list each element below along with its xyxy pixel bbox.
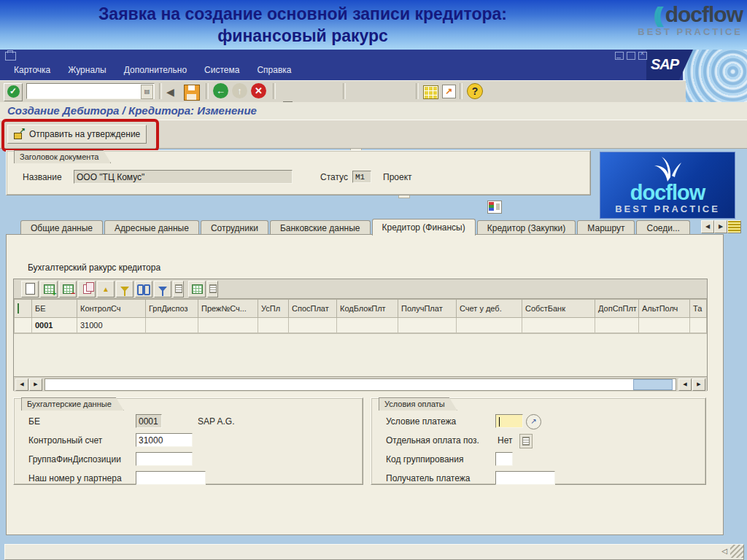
- scroll-thumb[interactable]: [633, 379, 673, 390]
- cell-be[interactable]: 0001: [32, 318, 77, 333]
- new-line-icon[interactable]: [21, 281, 39, 298]
- resize-grip[interactable]: [730, 545, 743, 558]
- tab-soedi[interactable]: Соеди...: [636, 220, 689, 236]
- col-sposplat[interactable]: СпосПлат: [289, 300, 337, 318]
- table-settings-icon[interactable]: [188, 281, 206, 298]
- tab-scroll-left-icon[interactable]: ◀: [701, 220, 714, 233]
- sort-ascending-icon[interactable]: ▲: [97, 281, 115, 298]
- close-icon[interactable]: [638, 52, 647, 60]
- menu-sistema[interactable]: Система: [198, 63, 246, 77]
- cell-grpdispoz[interactable]: [146, 318, 198, 333]
- tab-marshrut[interactable]: Маршрут: [577, 220, 635, 236]
- cell-kontrolsch[interactable]: 31000: [77, 318, 146, 333]
- scroll-left2-icon[interactable]: ◀: [678, 378, 692, 391]
- back-icon[interactable]: ←: [213, 83, 228, 98]
- control-account-field[interactable]: 31000: [136, 433, 193, 447]
- cash-group-field[interactable]: [136, 452, 193, 466]
- cell-schetudeb[interactable]: [457, 318, 522, 333]
- docflow-tagline: BEST PRACTICE: [604, 26, 743, 37]
- save-icon[interactable]: [184, 85, 200, 101]
- cell-sobstbank[interactable]: [522, 318, 595, 333]
- new-session-icon[interactable]: [423, 85, 438, 99]
- menu-dopolnitelno[interactable]: Дополнительно: [117, 63, 193, 77]
- tab-scroll-right-icon[interactable]: ▶: [714, 220, 727, 233]
- our-number-field[interactable]: [136, 471, 206, 485]
- sort-descending-icon[interactable]: [116, 281, 133, 298]
- cell-sposplat[interactable]: [289, 318, 337, 333]
- doc-header-groupbox: Заголовок документа Название ООО "ТЦ Ком…: [6, 150, 591, 195]
- cell-dopspplt[interactable]: [595, 318, 639, 333]
- maximize-icon[interactable]: [627, 52, 635, 60]
- menu-zhurnaly[interactable]: Журналы: [61, 63, 112, 77]
- menu-spravka[interactable]: Справка: [250, 63, 298, 77]
- scroll-right-icon[interactable]: ▶: [29, 378, 42, 391]
- col-uspl[interactable]: УсПл: [258, 300, 289, 318]
- control-account-label: Контрольный счет: [28, 435, 102, 446]
- cell-prezhsch[interactable]: [198, 318, 258, 333]
- cell-uspl[interactable]: [258, 318, 289, 333]
- tab-list-icon[interactable]: [727, 220, 741, 233]
- col-sobstbank[interactable]: СобстБанк: [522, 300, 595, 318]
- col-be[interactable]: БЕ: [32, 300, 77, 318]
- tab-adresnye-dannye[interactable]: Адресные данные: [104, 220, 199, 236]
- filter-icon[interactable]: [154, 281, 171, 298]
- collapse-toolbar-icon[interactable]: ◀: [166, 83, 174, 101]
- statusbar-back-icon[interactable]: ◁: [721, 547, 727, 555]
- cell-kodblokplt[interactable]: [337, 318, 398, 333]
- table-find-icon[interactable]: [135, 281, 152, 298]
- settings-dropdown-icon[interactable]: [207, 281, 218, 298]
- docflow-logo: (( docflow BEST PRACTICE: [604, 3, 743, 47]
- col-schetudeb[interactable]: Счет у деб.: [457, 300, 522, 318]
- submit-button-label: Отправить на утверждение: [29, 129, 140, 139]
- col-altpolch[interactable]: АльтПолч: [639, 300, 690, 318]
- enter-button[interactable]: ✓: [4, 83, 23, 101]
- tab-kreditor-finansy[interactable]: Кредитор (Финансы): [372, 219, 476, 236]
- separate-payment-dropdown-icon[interactable]: [519, 434, 533, 448]
- scroll-track[interactable]: [44, 378, 676, 391]
- slide-title-line2: финансовый ракурс: [0, 25, 605, 47]
- tab-sotrudniki[interactable]: Сотрудники: [201, 220, 268, 236]
- be-label: БЕ: [28, 416, 40, 427]
- col-poluchplat[interactable]: ПолучПлат: [398, 300, 457, 318]
- menu-kartochka[interactable]: Карточка: [7, 63, 57, 77]
- exit-icon[interactable]: ↑: [232, 83, 247, 98]
- grouping-code-field[interactable]: [495, 452, 513, 466]
- window-controls: [615, 52, 647, 60]
- col-kontrolsch[interactable]: КонтролСч: [77, 300, 146, 318]
- filter-dropdown-icon[interactable]: [173, 281, 184, 298]
- table-select-all-icon[interactable]: [15, 300, 32, 318]
- minimize-icon[interactable]: [615, 52, 624, 60]
- insert-row-icon[interactable]: [40, 281, 58, 298]
- create-shortcut-icon[interactable]: ↗: [442, 85, 456, 98]
- window-system-icon[interactable]: [5, 52, 16, 61]
- command-dropdown-icon[interactable]: ▤: [141, 85, 153, 99]
- delete-row-icon[interactable]: [59, 281, 77, 298]
- row-selector[interactable]: [15, 318, 32, 333]
- cancel-icon[interactable]: ✕: [251, 83, 266, 98]
- col-dopspplt[interactable]: ДопСпПлт: [595, 300, 639, 318]
- cell-ta[interactable]: [690, 318, 707, 333]
- command-input[interactable]: ▤: [26, 83, 155, 99]
- col-prezhsch[interactable]: Преж№Сч...: [198, 300, 258, 318]
- copy-row-icon[interactable]: [78, 281, 96, 298]
- docflow-content-logo: docflow BEST PRACTICE: [600, 152, 735, 219]
- cell-poluchplat[interactable]: [398, 318, 457, 333]
- tab-bankovskie-dannye[interactable]: Банковские данные: [270, 220, 371, 236]
- scroll-left-icon[interactable]: ◀: [15, 378, 28, 391]
- payment-group-title: Условия оплаты: [379, 397, 457, 411]
- scroll-right2-icon[interactable]: ▶: [692, 378, 705, 391]
- payment-terms-field[interactable]: [495, 414, 523, 428]
- col-grpdispoz[interactable]: ГрпДиспоз: [146, 300, 198, 318]
- col-kodblokplt[interactable]: КодБлокПлт: [337, 300, 398, 318]
- tab-obshchie-dannye[interactable]: Общие данные: [20, 220, 103, 236]
- submit-for-approval-button[interactable]: Отправить на утверждение: [7, 125, 147, 144]
- cell-altpolch[interactable]: [639, 318, 690, 333]
- help-icon[interactable]: ?: [467, 83, 483, 99]
- customize-layout-icon[interactable]: [487, 201, 502, 214]
- col-ta[interactable]: Та: [690, 300, 707, 318]
- payee-field[interactable]: [495, 471, 555, 485]
- value-help-icon[interactable]: ↗: [526, 414, 541, 429]
- tab-kreditor-zakupki[interactable]: Кредитор (Закупки): [477, 220, 576, 236]
- name-field[interactable]: ООО "ТЦ Комус": [74, 170, 293, 184]
- table-header-row: БЕ КонтролСч ГрпДиспоз Преж№Сч... УсПл С…: [15, 300, 707, 318]
